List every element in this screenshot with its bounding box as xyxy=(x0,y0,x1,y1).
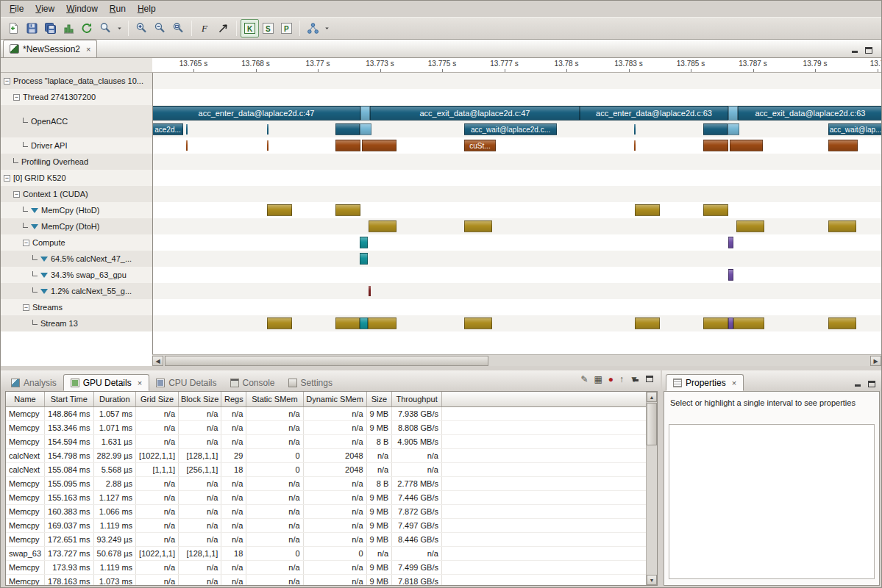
filter-icon[interactable] xyxy=(31,224,38,229)
close-icon[interactable]: × xyxy=(86,45,90,54)
timeline-interval[interactable] xyxy=(464,220,492,232)
table-row[interactable]: calcNext155.084 ms5.568 µs[1,1,1][256,1,… xyxy=(6,462,657,476)
timeline-interval[interactable] xyxy=(703,140,728,151)
table-row[interactable]: Memcpy154.594 ms1.631 µsn/an/an/an/an/a8… xyxy=(6,434,657,448)
zoom-in-icon[interactable] xyxy=(132,19,151,37)
column-header-dynamic-smem[interactable]: Dynamic SMem xyxy=(303,392,366,406)
minimize-icon[interactable] xyxy=(854,381,861,387)
stream-toggle-icon[interactable]: S xyxy=(259,19,277,37)
scroll-right-arrow[interactable]: ▶ xyxy=(870,356,881,366)
select-arrow-icon[interactable] xyxy=(214,19,232,37)
row-label-process-laplace-data-clauses-10[interactable]: −Process "laplace_data_clauses 10... xyxy=(1,73,152,89)
table-vscrollbar[interactable]: ▲ ▼ xyxy=(646,392,657,585)
timeline-interval[interactable] xyxy=(728,106,738,121)
timeline-interval[interactable] xyxy=(634,140,636,151)
timeline-interval[interactable] xyxy=(267,124,268,135)
profile-icon[interactable] xyxy=(60,19,78,37)
search-menu-icon[interactable] xyxy=(115,19,124,37)
timeline-interval[interactable]: acc_exit_data@laplace2d.c:63 xyxy=(738,106,881,121)
row-label-streams[interactable]: −Streams xyxy=(1,299,152,315)
maximize-icon[interactable] xyxy=(865,47,872,54)
row-label-context-1-cuda[interactable]: −Context 1 (CUDA) xyxy=(1,186,152,202)
minimize-icon[interactable] xyxy=(851,47,858,54)
timeline-interval[interactable]: ace2d... xyxy=(152,123,183,135)
timeline-interval[interactable] xyxy=(828,140,858,151)
timeline-interval[interactable] xyxy=(728,269,733,281)
analysis-icon[interactable] xyxy=(304,19,322,37)
timeline-interval[interactable] xyxy=(267,318,292,329)
timeline-interval[interactable] xyxy=(368,318,396,329)
timeline-interval[interactable] xyxy=(186,140,188,151)
table-row[interactable]: calcNext154.798 ms282.99 µs[1022,1,1][12… xyxy=(6,448,657,462)
timeline-interval[interactable] xyxy=(828,318,856,329)
save-icon[interactable] xyxy=(23,19,41,37)
timeline-interval[interactable]: acc_wait@laplace2d.c... xyxy=(464,123,557,135)
scroll-up-arrow[interactable]: ▲ xyxy=(647,392,657,402)
timeline-interval[interactable] xyxy=(186,124,188,135)
minimize-icon[interactable] xyxy=(632,376,639,382)
row-label-stream-13[interactable]: Stream 13 xyxy=(1,315,152,331)
timeline-interval[interactable] xyxy=(335,123,360,135)
row-label-driver-api[interactable]: Driver API xyxy=(1,137,152,154)
table-row[interactable]: Memcpy172.651 ms93.249 µsn/an/an/an/an/a… xyxy=(6,532,657,546)
table-row[interactable]: Memcpy155.163 ms1.127 msn/an/an/an/an/a9… xyxy=(6,490,657,504)
process-toggle-icon[interactable]: P xyxy=(277,19,296,37)
row-label-profiling-overhead[interactable]: Profiling Overhead xyxy=(1,154,152,170)
save-all-icon[interactable] xyxy=(41,19,60,37)
timeline-interval[interactable] xyxy=(360,318,368,329)
time-ruler[interactable]: 13.765 s13.768 s13.77 s13.773 s13.775 s1… xyxy=(152,58,881,73)
table-row[interactable]: Memcpy155.095 ms2.88 µsn/an/an/an/an/a8 … xyxy=(6,476,657,490)
column-header-block-size[interactable]: Block Size xyxy=(179,392,221,406)
timeline-interval[interactable]: acc_enter_data@laplace2d.c:47 xyxy=(152,106,360,121)
row-label-thread-2741307200[interactable]: −Thread 2741307200 xyxy=(1,89,152,105)
table-row[interactable]: swap_63173.727 ms50.678 µs[1022,1,1][128… xyxy=(6,546,657,560)
zoom-out-icon[interactable] xyxy=(151,19,169,37)
row-label-compute[interactable]: −Compute xyxy=(1,234,152,251)
collapse-icon[interactable]: − xyxy=(13,94,20,101)
timeline-interval[interactable] xyxy=(728,237,733,248)
import-icon[interactable] xyxy=(78,19,96,37)
collapse-icon[interactable]: − xyxy=(13,191,20,198)
tab-gpu-details[interactable]: GPU Details× xyxy=(63,374,149,391)
row-label-34-3-swap-63-gpu[interactable]: 34.3% swap_63_gpu xyxy=(1,267,152,283)
menu-help[interactable]: Help xyxy=(132,1,162,16)
timeline-interval[interactable] xyxy=(730,140,763,151)
column-header-grid-size[interactable]: Grid Size xyxy=(136,392,179,406)
timeline-interval[interactable]: cuSt... xyxy=(464,140,496,151)
timeline-interval[interactable] xyxy=(703,318,728,329)
timeline-interval[interactable] xyxy=(635,318,660,329)
tab-newsession2[interactable]: *NewSession2 × xyxy=(3,40,97,57)
tab-cpu-details[interactable]: CPU Details xyxy=(149,374,223,391)
collapse-icon[interactable]: − xyxy=(4,175,10,182)
column-header-start-time[interactable]: Start Time xyxy=(45,392,93,406)
timeline-interval[interactable] xyxy=(360,237,368,248)
column-header-regs[interactable]: Regs xyxy=(221,392,246,406)
vscrollbar-thumb[interactable] xyxy=(647,403,657,445)
zoom-fit-icon[interactable] xyxy=(169,19,188,37)
row-label-memcpy-htod[interactable]: MemCpy (HtoD) xyxy=(1,202,152,218)
timeline-interval[interactable] xyxy=(728,123,739,135)
row-label-openacc[interactable]: OpenACC xyxy=(1,105,152,137)
filter-icon[interactable] xyxy=(40,289,48,294)
scroll-left-arrow[interactable]: ◀ xyxy=(152,356,163,366)
filter-icon[interactable] xyxy=(31,208,38,213)
timeline-interval[interactable] xyxy=(362,140,396,151)
row-label-0-grid-k520[interactable]: −[0] GRID K520 xyxy=(1,170,152,186)
timeline-interval[interactable] xyxy=(360,106,370,121)
timeline-interval[interactable] xyxy=(464,318,492,329)
pencil-icon[interactable]: ✎ xyxy=(580,375,588,384)
timeline-interval[interactable] xyxy=(267,140,268,151)
timeline-interval[interactable] xyxy=(728,318,733,329)
collapse-icon[interactable]: − xyxy=(23,304,29,311)
column-header-static-smem[interactable]: Static SMem xyxy=(246,392,303,406)
timeline-interval[interactable] xyxy=(335,318,360,329)
close-icon[interactable]: × xyxy=(138,379,142,387)
menu-file[interactable]: File xyxy=(4,1,29,16)
menu-run[interactable]: Run xyxy=(104,1,132,16)
tab-analysis[interactable]: Analysis xyxy=(4,374,63,391)
column-header-size[interactable]: Size xyxy=(366,392,392,406)
timeline-interval[interactable] xyxy=(267,204,292,216)
filter-icon[interactable] xyxy=(40,257,48,262)
maximize-icon[interactable] xyxy=(868,381,875,387)
timeline-interval[interactable]: acc_enter_data@laplace2d.c:63 xyxy=(580,106,728,121)
